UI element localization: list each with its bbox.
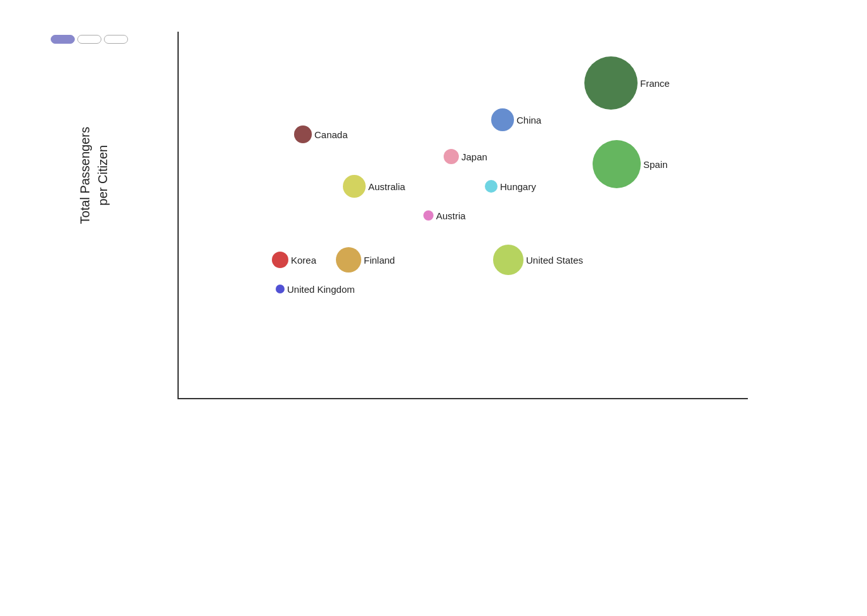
filter-bus-button[interactable] (77, 35, 101, 44)
x-axis (177, 398, 748, 399)
filter-buttons (51, 35, 128, 44)
chart-area (177, 32, 748, 399)
y-axis (177, 32, 179, 399)
y-axis-label: Total Passengersper Citizen (76, 127, 127, 224)
filter-rail-button[interactable] (104, 35, 128, 44)
filter-total-button[interactable] (51, 35, 75, 44)
